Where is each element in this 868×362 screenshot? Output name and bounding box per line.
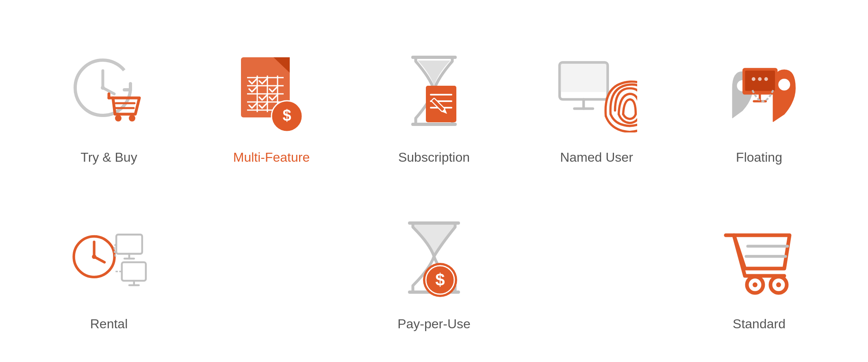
named-user-item: Named User [515, 15, 678, 181]
svg-rect-46 [116, 234, 142, 254]
multi-feature-label: Multi-Feature [233, 150, 310, 165]
multi-feature-icon: $ [231, 49, 312, 139]
try-buy-icon [68, 49, 150, 139]
standard-label: Standard [733, 316, 786, 332]
subscription-icon [393, 49, 475, 139]
subscription-label: Subscription [398, 150, 470, 165]
try-buy-label: Try & Buy [80, 150, 137, 165]
svg-text:$: $ [435, 270, 445, 289]
svg-text:$: $ [282, 107, 291, 124]
pay-per-use-label: Pay-per-Use [397, 316, 471, 332]
svg-point-39 [752, 77, 755, 81]
rental-label: Rental [90, 316, 128, 332]
pay-per-use-item: $ Pay-per-Use [353, 181, 515, 348]
main-grid: Try & Buy [28, 15, 840, 348]
svg-point-62 [776, 282, 781, 287]
rental-item: Rental [28, 181, 190, 348]
subscription-item: Subscription [353, 15, 515, 181]
svg-point-60 [753, 282, 757, 287]
svg-point-40 [758, 77, 762, 81]
svg-point-4 [115, 115, 122, 121]
standard-item: Standard [678, 181, 840, 348]
pay-per-use-icon: $ [393, 216, 475, 305]
standard-icon [718, 216, 800, 305]
svg-point-34 [778, 78, 790, 90]
rental-icon [68, 216, 150, 305]
svg-rect-30 [560, 62, 608, 92]
svg-point-3 [101, 86, 105, 90]
svg-point-41 [764, 77, 768, 81]
empty-item-2 [190, 181, 353, 348]
empty-item-4 [515, 181, 678, 348]
try-buy-item: Try & Buy [28, 15, 190, 181]
floating-icon [718, 49, 800, 139]
floating-item: Floating [678, 15, 840, 181]
svg-point-5 [129, 115, 135, 121]
floating-label: Floating [736, 150, 782, 165]
svg-point-45 [92, 254, 96, 259]
multi-feature-item: $ Multi-Feature [190, 15, 353, 181]
svg-rect-23 [426, 86, 456, 122]
named-user-icon [556, 49, 637, 139]
svg-rect-49 [122, 262, 146, 280]
named-user-label: Named User [560, 150, 633, 165]
